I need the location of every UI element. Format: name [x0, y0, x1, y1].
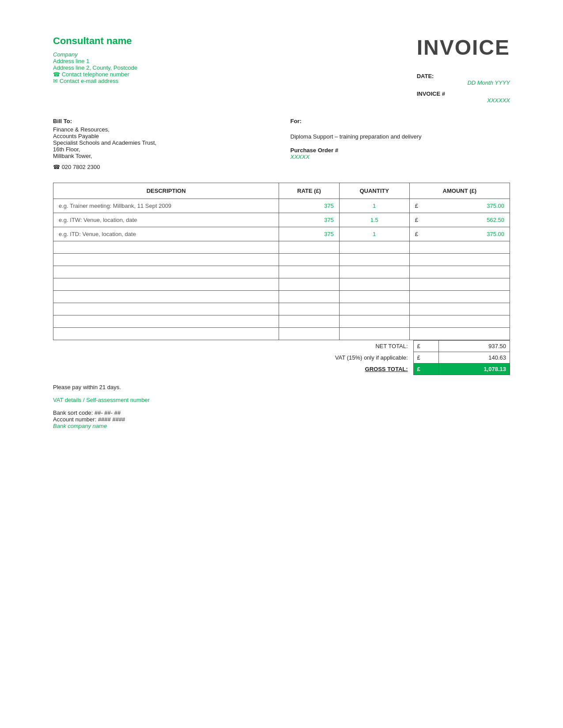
row-quantity: 1: [339, 227, 409, 241]
bill-to-line-1: Finance & Resources,: [53, 126, 273, 133]
col-rate: RATE (£): [279, 183, 339, 199]
bill-to-block: Bill To: Finance & Resources, Accounts P…: [53, 118, 273, 170]
gross-total-row: GROSS TOTAL: £ 1,078.13: [53, 364, 510, 375]
empty-row: [53, 315, 510, 328]
bank-company: Bank company name: [53, 423, 510, 429]
bill-to-line-4: 16th Floor,: [53, 146, 273, 153]
table-row: e.g. Trainer meeting: Millbank, 11 Sept …: [53, 199, 510, 213]
row-quantity: 1: [339, 199, 409, 213]
amount-symbol: £: [415, 231, 418, 237]
company-name: Company: [53, 51, 137, 58]
net-total-empty: [53, 341, 281, 352]
for-block: For: Diploma Support – training preparat…: [273, 118, 510, 170]
consultant-name: Consultant name: [53, 35, 137, 47]
net-total-row: NET TOTAL: £ 937.50: [53, 341, 510, 352]
invoice-right: INVOICE DATE: DD Month YYYY INVOICE # XX…: [417, 35, 510, 107]
empty-row: [53, 303, 510, 315]
table-row: e.g. ITW: Venue, location, date 375 1.5 …: [53, 213, 510, 227]
row-rate: 375: [279, 213, 339, 227]
purchase-order-label: Purchase Order #: [291, 147, 510, 154]
gross-empty: [53, 364, 281, 375]
invoice-title: INVOICE: [417, 35, 510, 60]
phone-text: Contact telephone number: [62, 71, 129, 78]
net-total-value: 937.50: [439, 341, 510, 352]
amount-symbol: £: [415, 217, 418, 223]
bill-to-phone: ☎ 020 7802 2300: [53, 164, 273, 170]
date-label: DATE:: [417, 73, 510, 79]
bill-to-phone-number: 020 7802 2300: [62, 164, 100, 170]
email-icon: ✉: [53, 78, 58, 84]
email-line: ✉ Contact e-mail address: [53, 78, 137, 84]
col-quantity: QUANTITY: [339, 183, 409, 199]
totals-section: NET TOTAL: £ 937.50 VAT (15%) only if ap…: [53, 340, 510, 375]
row-description: e.g. ITW: Venue, location, date: [53, 213, 279, 227]
bill-to-line-2: Accounts Payable: [53, 133, 273, 139]
row-amount: £ 562.50: [409, 213, 510, 227]
row-amount: £ 375.00: [409, 199, 510, 213]
bill-for-section: Bill To: Finance & Resources, Accounts P…: [53, 118, 510, 170]
col-description: DESCRIPTION: [53, 183, 279, 199]
row-description: e.g. ITD: Venue, location, date: [53, 227, 279, 241]
pay-note: Please pay within 21 days.: [53, 384, 510, 390]
amount-symbol: £: [415, 203, 418, 209]
for-label: For:: [291, 118, 510, 124]
for-description: Diploma Support – training preparation a…: [291, 133, 510, 140]
phone-line: ☎ Contact telephone number: [53, 71, 137, 78]
row-amount: £ 375.00: [409, 227, 510, 241]
vat-label: VAT (15%) only if applicable:: [281, 352, 413, 364]
bill-to-line-3: Specialist Schools and Academies Trust,: [53, 139, 273, 146]
purchase-order-value: XXXXX: [291, 154, 510, 160]
amount-value: 375.00: [487, 203, 504, 209]
bill-to-label: Bill To:: [53, 118, 273, 124]
empty-row: [53, 241, 510, 254]
row-description: e.g. Trainer meeting: Millbank, 11 Sept …: [53, 199, 279, 213]
gross-total-value: 1,078.13: [439, 364, 510, 375]
invoice-num-label: INVOICE #: [417, 90, 510, 97]
net-total-symbol: £: [413, 341, 438, 352]
bank-details: Bank sort code: ##- ##- ## Account numbe…: [53, 409, 510, 429]
date-value: DD Month YYYY: [417, 79, 510, 86]
phone-icon: ☎: [53, 71, 60, 78]
vat-value: 140.63: [439, 352, 510, 364]
date-section: DATE: DD Month YYYY: [417, 73, 510, 86]
empty-row: [53, 254, 510, 266]
empty-row: [53, 266, 510, 278]
email-text: Contact e-mail address: [60, 78, 119, 84]
vat-empty: [53, 352, 281, 364]
vat-details: VAT details / Self-assessment number: [53, 397, 510, 403]
gross-total-label: GROSS TOTAL:: [281, 364, 413, 375]
table-row: e.g. ITD: Venue, location, date 375 1 £ …: [53, 227, 510, 241]
purchase-order-block: Purchase Order # XXXXX: [291, 147, 510, 160]
address-line2: Address line 2, County, Postcode: [53, 64, 137, 71]
vat-row: VAT (15%) only if applicable: £ 140.63: [53, 352, 510, 364]
bank-sort-code: Bank sort code: ##- ##- ##: [53, 409, 510, 416]
gross-total-symbol: £: [413, 364, 438, 375]
bill-to-line-5: Millbank Tower,: [53, 153, 273, 159]
invoice-num-value: XXXXXX: [417, 97, 510, 104]
empty-row: [53, 328, 510, 340]
vat-symbol: £: [413, 352, 438, 364]
address-block: Company Address line 1 Address line 2, C…: [53, 51, 137, 84]
amount-value: 375.00: [487, 231, 504, 237]
bill-to-phone-icon: ☎: [53, 164, 60, 170]
col-amount: AMOUNT (£): [409, 183, 510, 199]
invoice-table: DESCRIPTION RATE (£) QUANTITY AMOUNT (£)…: [53, 183, 510, 340]
address-line1: Address line 1: [53, 58, 137, 64]
row-quantity: 1.5: [339, 213, 409, 227]
account-number: Account number: #### ####: [53, 416, 510, 423]
net-total-label: NET TOTAL:: [281, 341, 413, 352]
row-rate: 375: [279, 199, 339, 213]
consultant-block: Consultant name Company Address line 1 A…: [53, 35, 137, 84]
footer-section: Please pay within 21 days. VAT details /…: [53, 384, 510, 429]
empty-row: [53, 291, 510, 303]
page-header: Consultant name Company Address line 1 A…: [53, 35, 510, 107]
empty-row: [53, 278, 510, 291]
table-header-row: DESCRIPTION RATE (£) QUANTITY AMOUNT (£): [53, 183, 510, 199]
row-rate: 375: [279, 227, 339, 241]
amount-value: 562.50: [487, 217, 504, 223]
invoice-num-section: INVOICE # XXXXXX: [417, 90, 510, 104]
